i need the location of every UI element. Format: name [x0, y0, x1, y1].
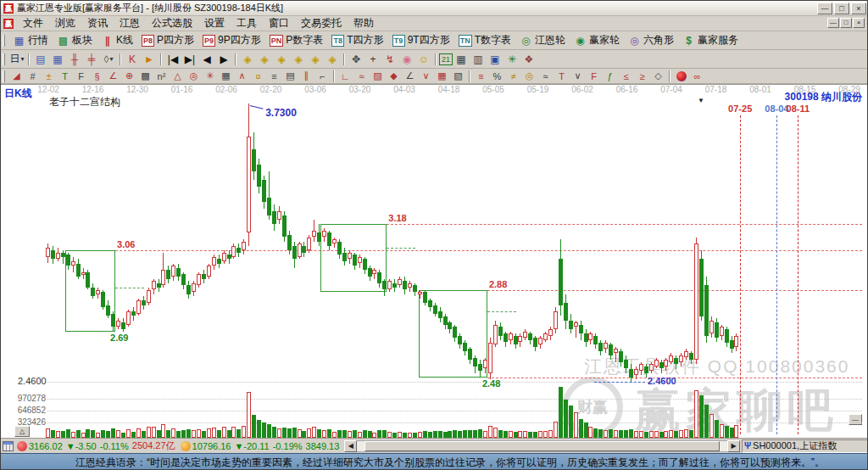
pane-minimize-button[interactable]: —: [849, 414, 862, 425]
calculator-icon[interactable]: ▦: [453, 52, 470, 67]
toolbar-p-number-table-button[interactable]: PNP数字表: [265, 32, 328, 48]
draw-wave2-tool[interactable]: ≈: [537, 70, 554, 82]
current-index-panel[interactable]: Ψ SH000001,上证指数: [742, 439, 868, 453]
period-day-dropdown[interactable]: 日▾: [8, 52, 25, 67]
toolbar-quote-button[interactable]: ▦行情: [8, 32, 53, 48]
draw-rows-tool[interactable]: ▤: [282, 70, 298, 82]
draw-support-tool[interactable]: ≤: [618, 70, 634, 82]
scrollbar-right-button[interactable]: ▶: [727, 440, 740, 452]
volume-pane-collapse-button[interactable]: △: [14, 426, 30, 437]
toolbar-hexagon-button[interactable]: ◎六角形: [624, 32, 678, 48]
toolbar-winner-wheel-button[interactable]: ◉赢家轮: [570, 32, 624, 48]
trend-flag-icon[interactable]: ►: [141, 52, 158, 67]
menu-设置[interactable]: 设置: [198, 15, 231, 31]
draw-triangle-tool[interactable]: △: [170, 70, 186, 82]
draw-channel-tool[interactable]: ≠: [505, 70, 521, 82]
close-button[interactable]: ×: [851, 3, 866, 14]
draw-t-tool[interactable]: T: [57, 70, 73, 82]
toolbar-winner-service-button[interactable]: $赢家服务: [678, 32, 743, 48]
draw-grid-tool[interactable]: #: [25, 70, 41, 82]
menu-江恩[interactable]: 江恩: [114, 15, 146, 31]
menu-文件[interactable]: 文件: [17, 15, 49, 31]
draw-shade-tool[interactable]: ▧: [450, 70, 466, 82]
scrollbar-track[interactable]: [357, 440, 727, 452]
quote-table-icon[interactable]: [3, 441, 14, 451]
draw-peak-tool[interactable]: ∧: [234, 70, 250, 82]
toolbar-t-number-table-button[interactable]: TNT数字表: [454, 32, 515, 48]
scroll-right-button[interactable]: ▶: [215, 52, 232, 67]
menu-交易委托[interactable]: 交易委托: [295, 15, 348, 31]
toolbar-t-square-button[interactable]: T8T四方形: [327, 32, 387, 48]
draw-valley2-tool[interactable]: ∨: [570, 70, 586, 82]
mdi-minimize-button[interactable]: —: [827, 18, 839, 28]
gann-diamond-tool-1[interactable]: ◈: [239, 52, 256, 67]
toolbar-grip[interactable]: [3, 35, 5, 47]
minimize-button[interactable]: —: [817, 3, 832, 14]
draw-trend-tool[interactable]: ◢: [8, 70, 25, 82]
toolbar-grip[interactable]: [3, 53, 5, 65]
toolbar-kline-button[interactable]: ∥K线: [97, 32, 137, 48]
menu-资讯[interactable]: 资讯: [81, 15, 114, 31]
draw-fib-levels-tool[interactable]: ≡: [473, 70, 489, 82]
draw-corner-tool[interactable]: ⌐: [314, 70, 331, 82]
draw-valley-tool[interactable]: ∨: [418, 70, 434, 82]
draw-circle-cross-tool[interactable]: ⊕: [121, 70, 137, 82]
toolbar-grip[interactable]: [3, 70, 5, 82]
gann-ball-tool[interactable]: [673, 70, 689, 82]
kline-bar-style-icon[interactable]: ╫: [66, 52, 83, 67]
goto-last-button[interactable]: ▶|: [181, 52, 198, 67]
smiley-icon[interactable]: ☺: [415, 52, 432, 67]
draw-right-angle-tool[interactable]: ∟: [337, 70, 353, 82]
draw-hatch-tool[interactable]: ▩: [137, 70, 153, 82]
mdi-restore-button[interactable]: □: [840, 18, 852, 28]
kline-candle-style-icon[interactable]: ╪: [83, 52, 100, 67]
toolbar-sector-button[interactable]: ▩板块: [53, 32, 97, 48]
draw-star-tool[interactable]: ✳: [202, 70, 218, 82]
gann-diamond-tool-6[interactable]: ◈: [324, 52, 341, 67]
pig-mascot-icon[interactable]: ◉: [398, 52, 415, 67]
draw-fan-tool[interactable]: ▨: [370, 70, 386, 82]
draw-levels-tool[interactable]: ≡: [266, 70, 282, 82]
draw-cycle-tool[interactable]: ◎: [521, 70, 537, 82]
scrollbar-thumb[interactable]: [364, 441, 720, 451]
draw-time-tool[interactable]: T: [554, 70, 570, 82]
title-bar[interactable]: 赢 赢家江恩专业版[赢家服务平台] - [纳川股份 SZ300198-184日K…: [1, 1, 868, 16]
draw-percent-tool[interactable]: %: [489, 70, 505, 82]
draw-section-tool[interactable]: §: [89, 70, 105, 82]
scroll-left-button[interactable]: ◀: [198, 52, 215, 67]
draw-diamond-tool[interactable]: ◆: [386, 70, 402, 82]
infinity-tool[interactable]: ∞: [689, 70, 705, 82]
chart-grid-icon[interactable]: ▦: [49, 52, 66, 67]
draw-gann-grid-tool[interactable]: ▦: [434, 70, 450, 82]
gann-diamond-tool-2[interactable]: ◈: [256, 52, 273, 67]
k-overlay-icon[interactable]: K: [124, 52, 141, 67]
draw-angle-tool[interactable]: ∠: [105, 70, 121, 82]
gann-diamond-tool-3[interactable]: ◈: [273, 52, 290, 67]
draw-coin-tool[interactable]: ¤: [250, 70, 266, 82]
draw-box-tool[interactable]: ◇: [650, 70, 666, 82]
draw-gann-circle-tool[interactable]: ◎: [186, 70, 202, 82]
draw-square-number-tool[interactable]: n²: [153, 70, 170, 82]
draw-parallel-tool[interactable]: ∥: [298, 70, 314, 82]
scale-style-dropdown[interactable]: ◊▾: [100, 52, 117, 67]
mdi-close-button[interactable]: ×: [853, 18, 865, 28]
draw-plusminus-tool[interactable]: ±: [41, 70, 57, 82]
draw-f-tool[interactable]: F: [73, 70, 89, 82]
notepad-icon[interactable]: ▥: [470, 52, 487, 67]
draw-wave-tool[interactable]: ≈: [353, 70, 370, 82]
lightning-tool[interactable]: ↯: [381, 52, 398, 67]
kline-chart[interactable]: 日K线 老子十二宫结构 300198 纳川股份 ▼ 江恩工具软件 QQ:1008…: [1, 84, 868, 438]
goto-first-button[interactable]: |◀: [164, 52, 181, 67]
draw-resistance-tool[interactable]: ≥: [634, 70, 650, 82]
menu-窗口[interactable]: 窗口: [263, 15, 295, 31]
toolbar-p-square-button[interactable]: P8P四方形: [137, 32, 198, 48]
draw-fib-fan-tool[interactable]: F: [586, 70, 602, 82]
menu-工具[interactable]: 工具: [231, 15, 263, 31]
draw-function-tool[interactable]: ƒ: [602, 70, 618, 82]
pan-hand-tool[interactable]: ✥: [348, 52, 364, 67]
scrollbar-left-button[interactable]: ◀: [344, 440, 357, 452]
toolbar-gann-wheel-button[interactable]: ◎江恩轮: [515, 32, 570, 48]
menu-帮助[interactable]: 帮助: [348, 15, 380, 31]
menu-浏览[interactable]: 浏览: [49, 15, 81, 31]
toolbar-nine-t-square-button[interactable]: T99T四方形: [388, 32, 454, 48]
